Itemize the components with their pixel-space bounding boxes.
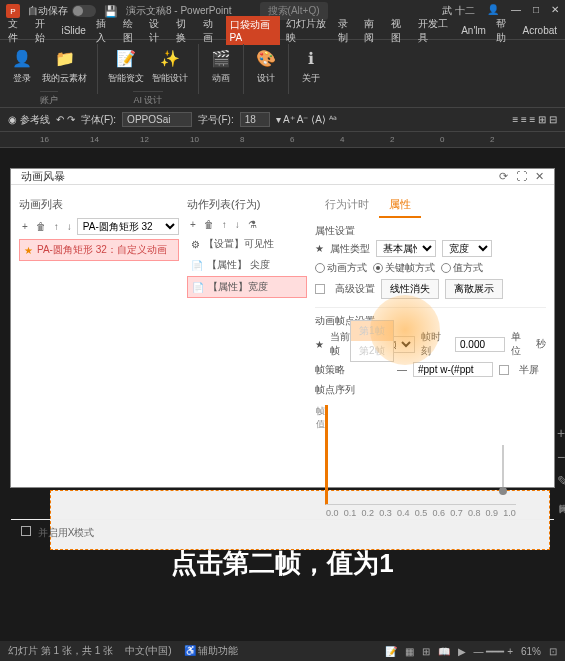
ruler: 16141210864202 xyxy=(0,132,565,148)
menu-view[interactable]: 视图 xyxy=(387,15,412,47)
slide-counter[interactable]: 幻灯片 第 1 张，共 1 张 xyxy=(8,644,113,658)
refline-toggle[interactable]: ◉ 参考线 xyxy=(8,113,50,127)
star-icon: ★ xyxy=(315,339,324,350)
animation-storm-dialog: 动画风暴 ⟳ ⛶ ✕ 动画列表 + 🗑 ↑ ↓ PA-圆角矩形 32 ★ PA-… xyxy=(10,168,555,488)
star-icon: ★ xyxy=(315,243,324,254)
action-width[interactable]: 📄【属性】宽度 xyxy=(187,276,307,298)
dialog-title: 动画风暴 xyxy=(21,169,65,184)
view-sorter-icon[interactable]: ⊞ xyxy=(422,646,430,657)
dropdown-frame1[interactable]: 第1帧 xyxy=(351,321,393,341)
shape-select[interactable]: PA-圆角矩形 32 xyxy=(77,218,179,235)
refresh-icon[interactable]: ⟳ xyxy=(499,170,508,183)
size-input[interactable] xyxy=(240,112,270,127)
menu-dev[interactable]: 开发工具 xyxy=(414,15,455,47)
value-radio[interactable]: 值方式 xyxy=(441,261,483,275)
half-checkbox[interactable] xyxy=(499,365,509,375)
keyframe-radio[interactable]: 关键帧方式 xyxy=(373,261,435,275)
view-normal-icon[interactable]: ▦ xyxy=(405,646,414,657)
value-select[interactable]: 宽度 xyxy=(442,240,492,257)
pen-icon[interactable]: ✎ xyxy=(557,473,565,489)
type-select[interactable]: 基本属性 xyxy=(376,240,436,257)
anim-list-panel: 动画列表 + 🗑 ↑ ↓ PA-圆角矩形 32 ★ PA-圆角矩形 32：自定义… xyxy=(19,193,179,511)
view-reading-icon[interactable]: 📖 xyxy=(438,646,450,657)
gear-icon: ⚙ xyxy=(191,239,200,250)
maximize-icon[interactable]: □ xyxy=(533,4,539,18)
menu-help[interactable]: 帮助 xyxy=(492,15,517,47)
font-controls[interactable]: ▾ A⁺ A⁻ ⟨A⟩ ᴬᵃ xyxy=(276,114,337,125)
menu-file[interactable]: 文件 xyxy=(4,15,29,47)
doc-icon: 📄 xyxy=(192,282,204,293)
expand-icon[interactable]: ⛶ xyxy=(516,170,527,183)
menu-review[interactable]: 南阅 xyxy=(360,15,385,47)
anim-button[interactable]: 🎬动画 xyxy=(207,44,235,103)
keyframe-chart[interactable]: 帧值 0.00.10.20.30.40.50.60.70.80.91.0 xyxy=(325,405,516,505)
smart-text-button[interactable]: 📝智能资文 xyxy=(106,44,146,87)
delete-icon[interactable]: 🗑 xyxy=(33,220,49,233)
lang-indicator[interactable]: 中文(中国) xyxy=(125,644,172,658)
tab-props[interactable]: 属性 xyxy=(379,193,421,218)
fit-icon[interactable]: ⊡ xyxy=(549,646,557,657)
zoom-level[interactable]: 61% xyxy=(521,646,541,657)
login-button[interactable]: 👤登录 xyxy=(8,44,36,87)
menu-pa[interactable]: 口袋动画 PA xyxy=(226,16,280,45)
about-button[interactable]: ℹ关于 xyxy=(297,44,325,103)
add-action-icon[interactable]: + xyxy=(187,218,199,231)
close-icon[interactable]: ✕ xyxy=(551,4,559,18)
star-icon: ★ xyxy=(24,245,33,256)
smart-design-button[interactable]: ✨智能设计 xyxy=(150,44,190,87)
dropdown-frame2[interactable]: 第2帧 xyxy=(351,341,393,361)
action-sharpness[interactable]: 📄【属性】 尖度 xyxy=(187,255,307,275)
time-input[interactable] xyxy=(455,337,505,352)
route-input[interactable] xyxy=(413,362,493,377)
action-list-panel: 动作列表(行为) + 🗑 ↑ ↓ ⚗ ⚙【设置】可见性 📄【属性】 尖度 📄【属… xyxy=(187,193,307,511)
notes-icon[interactable]: 📝 xyxy=(385,646,397,657)
subtitle: 点击第二帧，值为1 xyxy=(0,546,565,581)
adv-checkbox[interactable] xyxy=(315,284,325,294)
menu-draw[interactable]: 绘图 xyxy=(119,15,144,47)
menu-design[interactable]: 设计 xyxy=(145,15,170,47)
zoom-in-icon[interactable]: + xyxy=(557,425,565,441)
statusbar: 幻灯片 第 1 张，共 1 张 中文(中国) ♿ 辅助功能 📝 ▦ ⊞ 📖 ▶ … xyxy=(0,641,565,661)
menubar: 文件 开始 iSlide 插入 绘图 设计 切换 动画 口袋动画 PA 幻灯片放… xyxy=(0,22,565,40)
anim-item[interactable]: ★ PA-圆角矩形 32：自定义动画 xyxy=(19,239,179,261)
accessibility[interactable]: ♿ 辅助功能 xyxy=(184,644,239,658)
del-action-icon[interactable]: 🗑 xyxy=(201,218,217,231)
dialog-close-icon[interactable]: ✕ xyxy=(535,170,544,183)
doc-icon: 📄 xyxy=(191,260,203,271)
mode-radio-off[interactable]: 动画方式 xyxy=(315,261,367,275)
down2-icon[interactable]: ↓ xyxy=(232,218,243,231)
zoom-out-icon[interactable]: − xyxy=(557,449,565,465)
linear-button[interactable]: 线性消失 xyxy=(381,279,439,299)
discrete-button[interactable]: 离散展示 xyxy=(445,279,503,299)
xmode-checkbox[interactable] xyxy=(21,526,31,536)
add-icon[interactable]: + xyxy=(19,220,31,233)
up2-icon[interactable]: ↑ xyxy=(219,218,230,231)
menu-slideshow[interactable]: 幻灯片放映 xyxy=(282,15,332,47)
menu-transition[interactable]: 切换 xyxy=(172,15,197,47)
menu-acrobat[interactable]: Acrobat xyxy=(519,23,561,38)
slider[interactable] xyxy=(502,445,504,495)
cloud-button[interactable]: 📁我的云素材 xyxy=(40,44,89,87)
tab-timing[interactable]: 行为计时 xyxy=(315,193,379,218)
menu-animation[interactable]: 动画 xyxy=(199,15,224,47)
menu-anlm[interactable]: An'lm xyxy=(457,23,490,38)
filter-icon[interactable]: ⚗ xyxy=(245,218,260,231)
format-toolbar: ◉ 参考线 ↶ ↷ 字体(F): 字号(F): ▾ A⁺ A⁻ ⟨A⟩ ᴬᵃ ≡… xyxy=(0,108,565,132)
up-icon[interactable]: ↑ xyxy=(51,220,62,233)
down-icon[interactable]: ↓ xyxy=(64,220,75,233)
menu-home[interactable]: 开始 xyxy=(31,15,56,47)
align-controls[interactable]: ≡ ≡ ≡ ⊞ ⊟ xyxy=(512,114,557,125)
menu-record[interactable]: 录制 xyxy=(334,15,359,47)
design-button[interactable]: 🎨设计 xyxy=(252,44,280,103)
ribbon: 👤登录 📁我的云素材 账户 📝智能资文 ✨智能设计 AI 设计 🎬动画 🎨设计 … xyxy=(0,40,565,108)
font-input[interactable] xyxy=(122,112,192,127)
frame-dropdown[interactable]: 第1帧 第2帧 xyxy=(350,320,394,362)
menu-islide[interactable]: iSlide xyxy=(57,23,89,38)
action-visibility[interactable]: ⚙【设置】可见性 xyxy=(187,234,307,254)
view-slideshow-icon[interactable]: ▶ xyxy=(458,646,466,657)
menu-insert[interactable]: 插入 xyxy=(92,15,117,47)
